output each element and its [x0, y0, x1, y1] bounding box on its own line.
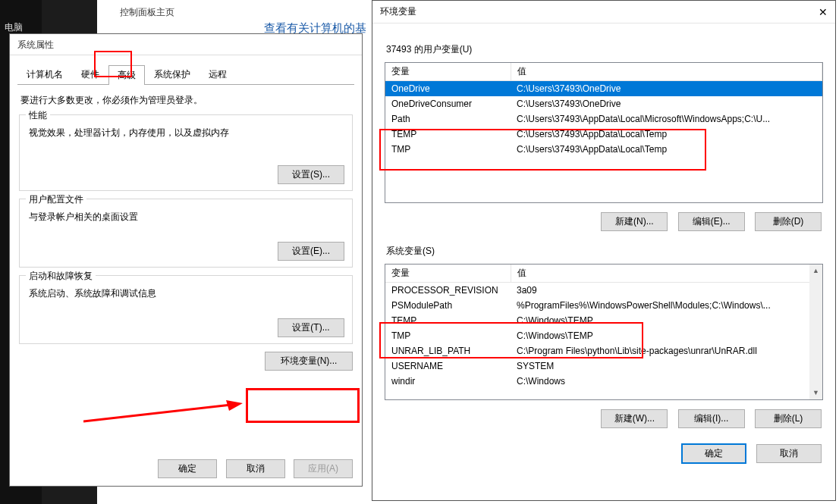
table-row[interactable]: TMPC:\Windows\TEMP [385, 328, 822, 343]
performance-legend: 性能 [26, 109, 50, 122]
sysprops-cancel-button[interactable]: 取消 [226, 459, 285, 478]
user-profiles-desc: 与登录帐户相关的桌面设置 [29, 211, 344, 224]
user-col-value[interactable]: 值 [511, 63, 822, 81]
sys-vars-listbox[interactable]: 变量 值 PROCESSOR_REVISION3a09PSModulePath%… [385, 264, 823, 400]
var-value: C:\Users\37493\AppData\Local\Microsoft\W… [511, 111, 822, 127]
var-name: Path [385, 111, 511, 127]
envdlg-cancel-button[interactable]: 取消 [756, 444, 822, 463]
user-new-button[interactable]: 新建(N)... [601, 212, 668, 231]
startup-recovery-settings-button[interactable]: 设置(T)... [278, 318, 344, 337]
var-name: TMP [385, 328, 511, 343]
user-edit-button[interactable]: 编辑(E)... [678, 212, 745, 231]
scroll-up-icon[interactable]: ▲ [809, 265, 822, 277]
sysprops-apply-button[interactable]: 应用(A) [294, 459, 353, 478]
user-profiles-settings-button[interactable]: 设置(E)... [278, 242, 344, 261]
table-row[interactable]: PathC:\Users\37493\AppData\Local\Microso… [385, 111, 822, 127]
table-row[interactable]: USERNAMESYSTEM [385, 358, 822, 374]
var-value: C:\Windows [511, 374, 822, 389]
table-row[interactable]: TMPC:\Users\37493\AppData\Local\Temp [385, 142, 822, 157]
var-value: C:\Users\37493\OneDrive [511, 96, 822, 111]
user-delete-button[interactable]: 删除(D) [755, 212, 822, 231]
sys-edit-button[interactable]: 编辑(I)... [678, 409, 745, 428]
left-pane-label: 电脑 [5, 21, 23, 34]
close-icon[interactable]: ✕ [819, 6, 828, 18]
var-value: C:\Windows\TEMP [511, 328, 822, 343]
sys-new-button[interactable]: 新建(W)... [601, 409, 668, 428]
sys-vars-label: 系统变量(S) [386, 245, 822, 258]
var-value: %ProgramFiles%\WindowsPowerShell\Modules… [511, 298, 822, 313]
control-panel-home[interactable]: 控制面板主页 [120, 6, 174, 19]
table-row[interactable]: OneDriveC:\Users\37493\OneDrive [385, 81, 822, 97]
table-row[interactable]: OneDriveConsumerC:\Users\37493\OneDrive [385, 96, 822, 111]
admin-note: 要进行大多数更改，你必须作为管理员登录。 [20, 94, 351, 107]
startup-recovery-legend: 启动和故障恢复 [26, 270, 96, 283]
var-value: C:\Windows\TEMP [511, 313, 822, 328]
sys-delete-button[interactable]: 删除(L) [755, 409, 822, 428]
var-name: OneDrive [385, 81, 511, 97]
table-row[interactable]: PSModulePath%ProgramFiles%\WindowsPowerS… [385, 298, 822, 313]
var-value: C:\Users\37493\AppData\Local\Temp [511, 142, 822, 157]
var-value: C:\Users\37493\OneDrive [511, 81, 822, 97]
performance-settings-button[interactable]: 设置(S)... [278, 165, 344, 184]
var-name: OneDriveConsumer [385, 96, 511, 111]
sys-vars-scrollbar[interactable]: ▲ ▼ [809, 265, 822, 399]
sysprops-ok-button[interactable]: 确定 [158, 459, 217, 478]
sys-col-value[interactable]: 值 [511, 265, 822, 283]
table-row[interactable]: windirC:\Windows [385, 374, 822, 389]
sys-col-variable[interactable]: 变量 [385, 265, 511, 283]
tab-remote[interactable]: 远程 [200, 64, 236, 84]
startup-recovery-desc: 系统启动、系统故障和调试信息 [29, 287, 344, 300]
startup-recovery-group: 启动和故障恢复 系统启动、系统故障和调试信息 设置(T)... [19, 275, 353, 344]
var-value: 3a09 [511, 283, 822, 299]
scroll-down-icon[interactable]: ▼ [809, 387, 822, 399]
environment-variables-button[interactable]: 环境变量(N)... [265, 352, 353, 371]
table-row[interactable]: TEMPC:\Windows\TEMP [385, 313, 822, 328]
user-vars-listbox[interactable]: 变量 值 OneDriveC:\Users\37493\OneDriveOneD… [385, 62, 823, 203]
envdlg-title: 环境变量 [380, 5, 416, 18]
table-row[interactable]: PROCESSOR_REVISION3a09 [385, 283, 822, 299]
highlight-env-button [246, 388, 360, 423]
var-name: windir [385, 374, 511, 389]
user-profiles-group: 用户配置文件 与登录帐户相关的桌面设置 设置(E)... [19, 199, 353, 268]
var-value: C:\Program Files\python\Lib\site-package… [511, 343, 822, 358]
highlight-advanced-tab [94, 51, 132, 77]
var-name: USERNAME [385, 358, 511, 374]
var-name: UNRAR_LIB_PATH [385, 343, 511, 358]
sysprops-tabs: 计算机名 硬件 高级 系统保护 远程 [17, 64, 354, 85]
user-profiles-legend: 用户配置文件 [26, 193, 86, 206]
var-name: TEMP [385, 313, 511, 328]
tab-computer-name[interactable]: 计算机名 [17, 64, 72, 84]
sysprops-dialog-buttons: 确定 取消 应用(A) [10, 459, 362, 478]
table-row[interactable]: TEMPC:\Users\37493\AppData\Local\Temp [385, 127, 822, 142]
performance-desc: 视觉效果，处理器计划，内存使用，以及虚拟内存 [29, 127, 344, 139]
environment-variables-dialog: 环境变量 ✕ 37493 的用户变量(U) 变量 值 OneDriveC:\Us… [372, 0, 836, 501]
var-name: TMP [385, 142, 511, 157]
var-name: PROCESSOR_REVISION [385, 283, 511, 299]
var-name: TEMP [385, 127, 511, 142]
user-vars-label: 37493 的用户变量(U) [386, 43, 822, 56]
sysprops-title: 系统属性 [10, 34, 362, 55]
user-col-variable[interactable]: 变量 [385, 63, 511, 81]
envdlg-ok-button[interactable]: 确定 [681, 443, 746, 464]
var-name: PSModulePath [385, 298, 511, 313]
var-value: C:\Users\37493\AppData\Local\Temp [511, 127, 822, 142]
var-value: SYSTEM [511, 358, 822, 374]
performance-group: 性能 视觉效果，处理器计划，内存使用，以及虚拟内存 设置(S)... [19, 114, 353, 191]
tab-system-protection[interactable]: 系统保护 [145, 64, 200, 84]
table-row[interactable]: UNRAR_LIB_PATHC:\Program Files\python\Li… [385, 343, 822, 358]
